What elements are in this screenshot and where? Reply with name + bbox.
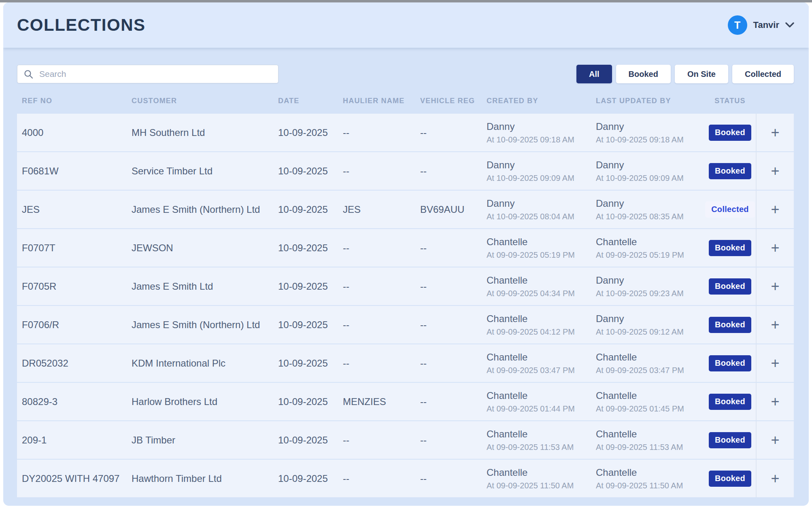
- vehicle-reg-cell: BV69AUU: [420, 204, 487, 215]
- avatar[interactable]: T: [728, 15, 747, 35]
- customer-cell: Service Timber Ltd: [132, 165, 278, 177]
- date-cell: 10-09-2025: [278, 319, 343, 331]
- vehicle-reg-cell: --: [420, 242, 487, 254]
- last-updated-by-timestamp: At 10-09-2025 09:18 AM: [596, 135, 704, 144]
- table-body: 4000 MH Southern Ltd 10-09-2025 -- -- Da…: [17, 114, 794, 497]
- add-icon[interactable]: +: [768, 163, 782, 179]
- add-icon[interactable]: +: [768, 202, 782, 217]
- filter-onsite-button[interactable]: On Site: [675, 65, 728, 83]
- created-by-cell: Chantelle At 09-09-2025 04:34 PM: [487, 275, 596, 298]
- search-box[interactable]: [17, 65, 278, 83]
- status-cell: Booked: [704, 163, 756, 179]
- last-updated-by-cell: Chantelle At 09-09-2025 03:47 PM: [596, 352, 704, 375]
- table-row[interactable]: DR052032 KDM International Plc 10-09-202…: [17, 344, 794, 382]
- add-icon[interactable]: +: [768, 125, 782, 140]
- customer-cell: James E Smith (Northern) Ltd: [132, 204, 278, 215]
- ref-no-cell: JES: [17, 204, 132, 215]
- haulier-name-cell: --: [343, 242, 420, 254]
- column-header-date: DATE: [278, 97, 343, 105]
- customer-cell: MH Southern Ltd: [132, 127, 278, 138]
- ref-no-cell: F0681W: [17, 165, 132, 177]
- add-icon[interactable]: +: [768, 471, 782, 486]
- status-cell: Booked: [704, 432, 756, 448]
- last-updated-by-timestamp: At 10-09-2025 08:35 AM: [596, 212, 704, 221]
- created-by-name: Danny: [487, 121, 596, 132]
- created-by-timestamp: At 09-09-2025 04:34 PM: [487, 289, 596, 298]
- add-icon[interactable]: +: [768, 240, 782, 256]
- created-by-timestamp: At 10-09-2025 09:09 AM: [487, 174, 596, 183]
- table-row[interactable]: 80829-3 Harlow Brothers Ltd 10-09-2025 M…: [17, 383, 794, 420]
- chevron-down-icon[interactable]: [785, 22, 794, 28]
- last-updated-by-cell: Chantelle At 09-09-2025 05:19 PM: [596, 236, 704, 260]
- filter-all-button[interactable]: All: [576, 65, 612, 83]
- haulier-name-cell: JES: [343, 204, 420, 215]
- last-updated-by-timestamp: At 09-09-2025 11:50 AM: [596, 481, 704, 490]
- haulier-name-cell: --: [343, 435, 420, 446]
- table-row[interactable]: F0705R James E Smith Ltd 10-09-2025 -- -…: [17, 267, 794, 305]
- created-by-timestamp: At 09-09-2025 01:44 PM: [487, 404, 596, 414]
- user-name: Tanvir: [753, 20, 779, 30]
- vehicle-reg-cell: --: [420, 396, 487, 407]
- status-cell: Collected: [704, 201, 756, 218]
- date-cell: 10-09-2025: [278, 281, 343, 292]
- last-updated-by-cell: Danny At 10-09-2025 09:12 AM: [596, 313, 704, 337]
- table-row[interactable]: F0707T JEWSON 10-09-2025 -- -- Chantelle…: [17, 229, 794, 267]
- last-updated-by-name: Danny: [596, 159, 704, 171]
- vehicle-reg-cell: --: [420, 165, 487, 177]
- status-badge: Booked: [709, 240, 751, 256]
- ref-no-cell: F0707T: [17, 242, 132, 254]
- table-row[interactable]: 4000 MH Southern Ltd 10-09-2025 -- -- Da…: [17, 114, 794, 151]
- status-badge: Booked: [709, 355, 751, 371]
- table-row[interactable]: 209-1 JB Timber 10-09-2025 -- -- Chantel…: [17, 421, 794, 459]
- vehicle-reg-cell: --: [420, 435, 487, 446]
- last-updated-by-cell: Danny At 10-09-2025 09:18 AM: [596, 121, 704, 144]
- search-input[interactable]: [38, 69, 272, 79]
- table-row[interactable]: DY20025 WITH 47097 Hawthorn Timber Ltd 1…: [17, 460, 794, 497]
- user-menu[interactable]: T Tanvir: [728, 15, 794, 35]
- last-updated-by-name: Chantelle: [596, 352, 704, 363]
- date-cell: 10-09-2025: [278, 358, 343, 369]
- created-by-name: Chantelle: [487, 275, 596, 286]
- last-updated-by-name: Chantelle: [596, 428, 704, 440]
- add-icon[interactable]: +: [768, 356, 782, 371]
- add-icon[interactable]: +: [768, 433, 782, 448]
- vehicle-reg-cell: --: [420, 281, 487, 292]
- vehicle-reg-cell: --: [420, 358, 487, 369]
- table-row[interactable]: F0706/R James E Smith (Northern) Ltd 10-…: [17, 306, 794, 344]
- table-row[interactable]: F0681W Service Timber Ltd 10-09-2025 -- …: [17, 152, 794, 190]
- status-filter-group: All Booked On Site Collected: [576, 65, 794, 83]
- created-by-name: Danny: [487, 159, 596, 171]
- customer-cell: KDM International Plc: [132, 358, 278, 369]
- created-by-cell: Chantelle At 09-09-2025 11:53 AM: [487, 428, 596, 452]
- status-cell: Booked: [704, 355, 756, 371]
- ref-no-cell: DY20025 WITH 47097: [17, 473, 132, 484]
- created-by-timestamp: At 09-09-2025 11:53 AM: [487, 443, 596, 452]
- last-updated-by-name: Danny: [596, 121, 704, 132]
- filter-booked-button[interactable]: Booked: [616, 65, 671, 83]
- created-by-cell: Danny At 10-09-2025 08:04 AM: [487, 198, 596, 221]
- status-cell: Booked: [704, 394, 756, 410]
- ref-no-cell: F0705R: [17, 281, 132, 292]
- actions-cell: +: [756, 383, 794, 420]
- ref-no-cell: DR052032: [17, 358, 132, 369]
- last-updated-by-timestamp: At 09-09-2025 05:19 PM: [596, 250, 704, 260]
- created-by-name: Chantelle: [487, 428, 596, 440]
- status-badge: Booked: [709, 471, 751, 487]
- created-by-cell: Chantelle At 09-09-2025 04:12 PM: [487, 313, 596, 337]
- filter-collected-button[interactable]: Collected: [732, 65, 794, 83]
- last-updated-by-timestamp: At 10-09-2025 09:09 AM: [596, 174, 704, 183]
- actions-cell: +: [756, 191, 794, 228]
- haulier-name-cell: --: [343, 127, 420, 138]
- add-icon[interactable]: +: [768, 279, 782, 294]
- collections-table: REF NO CUSTOMER DATE HAULIER NAME VEHICL…: [17, 88, 794, 498]
- add-icon[interactable]: +: [768, 317, 782, 333]
- app-window: COLLECTIONS T Tanvir All Booked On Site …: [3, 2, 809, 506]
- created-by-cell: Danny At 10-09-2025 09:18 AM: [487, 121, 596, 144]
- date-cell: 10-09-2025: [278, 435, 343, 446]
- table-header-row: REF NO CUSTOMER DATE HAULIER NAME VEHICL…: [17, 88, 794, 114]
- add-icon[interactable]: +: [768, 394, 782, 409]
- created-by-timestamp: At 09-09-2025 03:47 PM: [487, 366, 596, 375]
- page-title: COLLECTIONS: [17, 15, 146, 35]
- created-by-cell: Danny At 10-09-2025 09:09 AM: [487, 159, 596, 183]
- table-row[interactable]: JES James E Smith (Northern) Ltd 10-09-2…: [17, 191, 794, 228]
